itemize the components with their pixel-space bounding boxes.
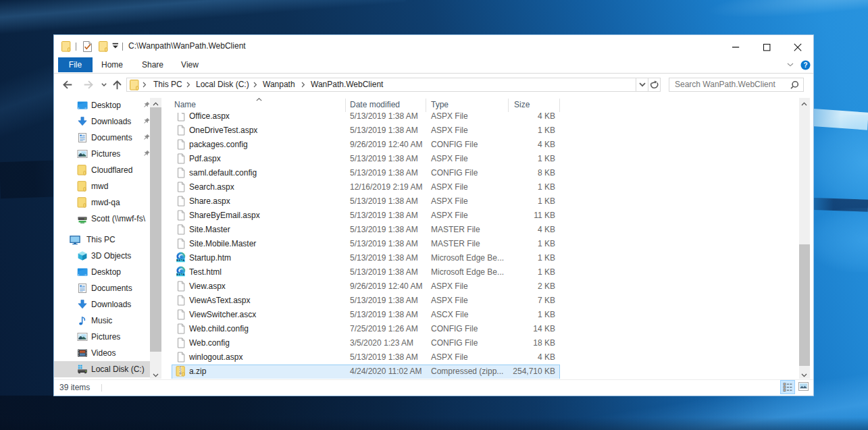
svg-text:BETA: BETA <box>176 273 184 276</box>
svg-text:BETA: BETA <box>176 259 184 262</box>
